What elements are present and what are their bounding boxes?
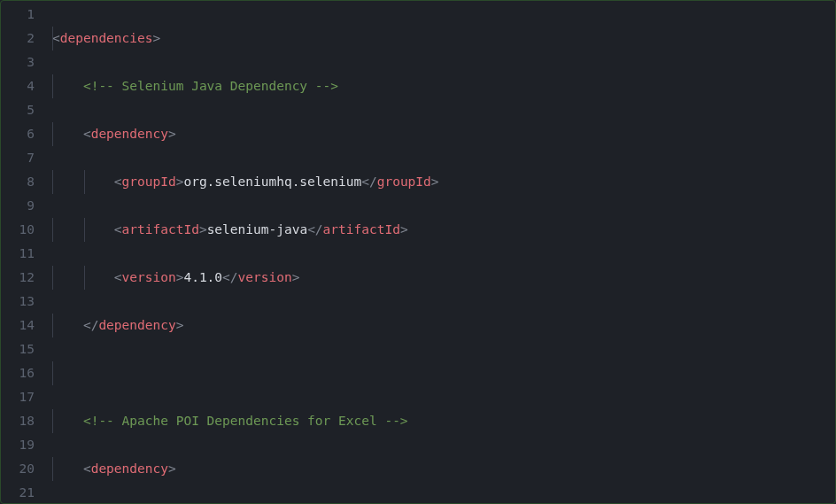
line-number: 5 (1, 98, 35, 122)
line-number: 10 (1, 218, 35, 242)
line-number: 17 (1, 385, 35, 409)
line-number: 16 (1, 361, 35, 385)
line-number: 18 (1, 409, 35, 433)
line-number: 7 (1, 146, 35, 170)
code-line: <!-- Selenium Java Dependency --> (52, 74, 835, 98)
line-number: 9 (1, 194, 35, 218)
code-line: <dependency> (52, 122, 835, 146)
code-line: <dependency> (52, 457, 835, 481)
line-number: 6 (1, 122, 35, 146)
line-number: 1 (1, 3, 35, 27)
line-number: 21 (1, 481, 35, 504)
line-number: 14 (1, 314, 35, 337)
line-number: 8 (1, 170, 35, 194)
line-number: 19 (1, 433, 35, 457)
code-line: </dependency> (52, 314, 835, 337)
line-number: 15 (1, 337, 35, 361)
code-line (52, 361, 835, 385)
code-line: <!-- Apache POI Dependencies for Excel -… (52, 409, 835, 433)
code-line: <version>4.1.0</version> (52, 266, 835, 290)
line-number: 13 (1, 290, 35, 314)
code-area[interactable]: <dependencies> <!-- Selenium Java Depend… (52, 1, 835, 503)
line-number-gutter: 1 2 3 4 5 6 7 8 9 10 11 12 13 14 15 16 1… (1, 1, 52, 503)
line-number: 2 (1, 27, 35, 50)
line-number: 3 (1, 50, 35, 74)
code-line: <dependencies> (52, 27, 835, 50)
line-number: 11 (1, 242, 35, 266)
code-line: <groupId>org.seleniumhq.selenium</groupI… (52, 170, 835, 194)
line-number: 12 (1, 266, 35, 290)
code-line: <artifactId>selenium-java</artifactId> (52, 218, 835, 242)
line-number: 4 (1, 74, 35, 98)
line-number: 20 (1, 457, 35, 481)
code-editor[interactable]: 1 2 3 4 5 6 7 8 9 10 11 12 13 14 15 16 1… (1, 1, 835, 503)
